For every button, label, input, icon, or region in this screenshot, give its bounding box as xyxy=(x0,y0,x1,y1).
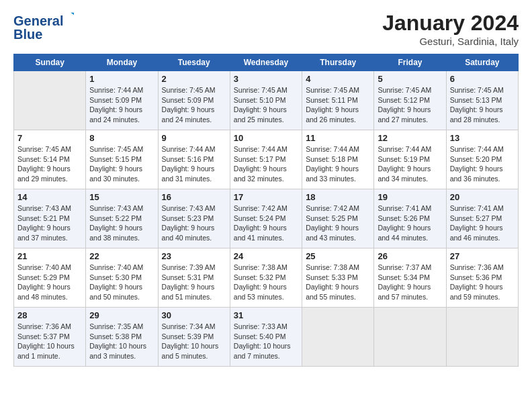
day-number: 24 xyxy=(234,251,298,261)
day-info: Sunrise: 7:44 AMSunset: 5:20 PMDaylight:… xyxy=(450,144,515,184)
calendar-cell xyxy=(374,308,446,367)
weekday-header-tuesday: Tuesday xyxy=(158,54,230,71)
day-info: Sunrise: 7:35 AMSunset: 5:38 PMDaylight:… xyxy=(89,322,154,361)
day-number: 4 xyxy=(306,74,370,84)
calendar-cell: 29Sunrise: 7:35 AMSunset: 5:38 PMDayligh… xyxy=(86,308,158,367)
day-info: Sunrise: 7:36 AMSunset: 5:36 PMDaylight:… xyxy=(450,263,515,302)
calendar-cell: 15Sunrise: 7:43 AMSunset: 5:22 PMDayligh… xyxy=(86,189,158,248)
day-info: Sunrise: 7:44 AMSunset: 5:18 PMDaylight:… xyxy=(306,144,370,184)
day-number: 14 xyxy=(17,192,82,202)
svg-text:General: General xyxy=(13,13,63,28)
day-info: Sunrise: 7:39 AMSunset: 5:31 PMDaylight:… xyxy=(162,263,226,302)
calendar-cell: 21Sunrise: 7:40 AMSunset: 5:29 PMDayligh… xyxy=(14,248,86,308)
day-number: 30 xyxy=(162,310,226,320)
day-number: 16 xyxy=(162,192,226,202)
calendar-cell: 3Sunrise: 7:45 AMSunset: 5:10 PMDaylight… xyxy=(230,71,302,130)
day-info: Sunrise: 7:45 AMSunset: 5:12 PMDaylight:… xyxy=(378,85,442,125)
day-number: 26 xyxy=(378,251,442,261)
location-subtitle: Gesturi, Sardinia, Italy xyxy=(382,36,519,47)
day-number: 27 xyxy=(450,251,515,261)
day-number: 11 xyxy=(306,133,370,143)
calendar-cell: 16Sunrise: 7:43 AMSunset: 5:23 PMDayligh… xyxy=(158,189,230,248)
day-number: 5 xyxy=(378,74,442,84)
day-info: Sunrise: 7:34 AMSunset: 5:39 PMDaylight:… xyxy=(162,322,226,361)
day-info: Sunrise: 7:37 AMSunset: 5:34 PMDaylight:… xyxy=(378,263,442,302)
day-info: Sunrise: 7:36 AMSunset: 5:37 PMDaylight:… xyxy=(17,322,82,361)
calendar-cell: 24Sunrise: 7:38 AMSunset: 5:32 PMDayligh… xyxy=(230,248,302,308)
logo-icon: General Blue xyxy=(13,11,74,43)
calendar-week-5: 28Sunrise: 7:36 AMSunset: 5:37 PMDayligh… xyxy=(14,308,519,367)
calendar-cell: 14Sunrise: 7:43 AMSunset: 5:21 PMDayligh… xyxy=(14,189,86,248)
day-info: Sunrise: 7:45 AMSunset: 5:09 PMDaylight:… xyxy=(162,85,226,125)
day-number: 12 xyxy=(378,133,442,143)
calendar-cell: 27Sunrise: 7:36 AMSunset: 5:36 PMDayligh… xyxy=(446,248,518,308)
day-info: Sunrise: 7:40 AMSunset: 5:30 PMDaylight:… xyxy=(89,263,154,302)
day-info: Sunrise: 7:44 AMSunset: 5:16 PMDaylight:… xyxy=(162,144,226,184)
weekday-header-thursday: Thursday xyxy=(302,54,374,71)
calendar-cell: 7Sunrise: 7:45 AMSunset: 5:14 PMDaylight… xyxy=(14,130,86,189)
weekday-header-monday: Monday xyxy=(86,54,158,71)
day-info: Sunrise: 7:41 AMSunset: 5:27 PMDaylight:… xyxy=(450,203,515,243)
day-number: 31 xyxy=(234,310,298,320)
weekday-header-friday: Friday xyxy=(374,54,446,71)
calendar-cell: 13Sunrise: 7:44 AMSunset: 5:20 PMDayligh… xyxy=(446,130,518,189)
svg-text:Blue: Blue xyxy=(13,27,42,42)
calendar-cell: 25Sunrise: 7:38 AMSunset: 5:33 PMDayligh… xyxy=(302,248,374,308)
calendar-week-4: 21Sunrise: 7:40 AMSunset: 5:29 PMDayligh… xyxy=(14,248,519,308)
day-info: Sunrise: 7:45 AMSunset: 5:11 PMDaylight:… xyxy=(306,85,370,125)
weekday-header-saturday: Saturday xyxy=(446,54,518,71)
day-info: Sunrise: 7:43 AMSunset: 5:21 PMDaylight:… xyxy=(17,203,82,243)
weekday-header-row: SundayMondayTuesdayWednesdayThursdayFrid… xyxy=(14,54,519,71)
day-info: Sunrise: 7:44 AMSunset: 5:09 PMDaylight:… xyxy=(89,85,154,125)
day-info: Sunrise: 7:45 AMSunset: 5:14 PMDaylight:… xyxy=(17,144,82,184)
title-block: January 2024 Gesturi, Sardinia, Italy xyxy=(382,11,519,47)
day-number: 6 xyxy=(450,74,515,84)
calendar-cell: 12Sunrise: 7:44 AMSunset: 5:19 PMDayligh… xyxy=(374,130,446,189)
day-number: 7 xyxy=(17,133,82,143)
day-number: 9 xyxy=(162,133,226,143)
calendar-cell: 1Sunrise: 7:44 AMSunset: 5:09 PMDaylight… xyxy=(86,71,158,130)
day-info: Sunrise: 7:43 AMSunset: 5:22 PMDaylight:… xyxy=(89,203,154,243)
day-info: Sunrise: 7:40 AMSunset: 5:29 PMDaylight:… xyxy=(17,263,82,302)
day-number: 15 xyxy=(89,192,154,202)
weekday-header-sunday: Sunday xyxy=(14,54,86,71)
calendar-cell: 30Sunrise: 7:34 AMSunset: 5:39 PMDayligh… xyxy=(158,308,230,367)
day-number: 13 xyxy=(450,133,515,143)
calendar-cell: 4Sunrise: 7:45 AMSunset: 5:11 PMDaylight… xyxy=(302,71,374,130)
day-number: 17 xyxy=(234,192,298,202)
calendar-cell: 26Sunrise: 7:37 AMSunset: 5:34 PMDayligh… xyxy=(374,248,446,308)
day-info: Sunrise: 7:44 AMSunset: 5:19 PMDaylight:… xyxy=(378,144,442,184)
calendar-cell: 9Sunrise: 7:44 AMSunset: 5:16 PMDaylight… xyxy=(158,130,230,189)
calendar-cell: 20Sunrise: 7:41 AMSunset: 5:27 PMDayligh… xyxy=(446,189,518,248)
calendar-cell: 10Sunrise: 7:44 AMSunset: 5:17 PMDayligh… xyxy=(230,130,302,189)
day-info: Sunrise: 7:42 AMSunset: 5:24 PMDaylight:… xyxy=(234,203,298,243)
calendar-cell: 19Sunrise: 7:41 AMSunset: 5:26 PMDayligh… xyxy=(374,189,446,248)
calendar-cell: 2Sunrise: 7:45 AMSunset: 5:09 PMDaylight… xyxy=(158,71,230,130)
calendar-cell: 8Sunrise: 7:45 AMSunset: 5:15 PMDaylight… xyxy=(86,130,158,189)
day-number: 19 xyxy=(378,192,442,202)
day-info: Sunrise: 7:41 AMSunset: 5:26 PMDaylight:… xyxy=(378,203,442,243)
day-info: Sunrise: 7:38 AMSunset: 5:32 PMDaylight:… xyxy=(234,263,298,302)
day-number: 22 xyxy=(89,251,154,261)
day-number: 3 xyxy=(234,74,298,84)
day-info: Sunrise: 7:33 AMSunset: 5:40 PMDaylight:… xyxy=(234,322,298,361)
calendar-cell: 11Sunrise: 7:44 AMSunset: 5:18 PMDayligh… xyxy=(302,130,374,189)
header: General Blue January 2024 Gesturi, Sardi… xyxy=(13,11,519,47)
calendar-week-2: 7Sunrise: 7:45 AMSunset: 5:14 PMDaylight… xyxy=(14,130,519,189)
day-info: Sunrise: 7:38 AMSunset: 5:33 PMDaylight:… xyxy=(306,263,370,302)
day-info: Sunrise: 7:45 AMSunset: 5:15 PMDaylight:… xyxy=(89,144,154,184)
calendar-cell: 31Sunrise: 7:33 AMSunset: 5:40 PMDayligh… xyxy=(230,308,302,367)
calendar-cell: 28Sunrise: 7:36 AMSunset: 5:37 PMDayligh… xyxy=(14,308,86,367)
calendar-table: SundayMondayTuesdayWednesdayThursdayFrid… xyxy=(13,54,519,367)
day-number: 23 xyxy=(162,251,226,261)
day-number: 8 xyxy=(89,133,154,143)
day-number: 25 xyxy=(306,251,370,261)
day-info: Sunrise: 7:43 AMSunset: 5:23 PMDaylight:… xyxy=(162,203,226,243)
calendar-cell: 23Sunrise: 7:39 AMSunset: 5:31 PMDayligh… xyxy=(158,248,230,308)
calendar-week-3: 14Sunrise: 7:43 AMSunset: 5:21 PMDayligh… xyxy=(14,189,519,248)
day-number: 29 xyxy=(89,310,154,320)
calendar-cell: 5Sunrise: 7:45 AMSunset: 5:12 PMDaylight… xyxy=(374,71,446,130)
day-info: Sunrise: 7:45 AMSunset: 5:10 PMDaylight:… xyxy=(234,85,298,125)
day-number: 18 xyxy=(306,192,370,202)
calendar-cell: 18Sunrise: 7:42 AMSunset: 5:25 PMDayligh… xyxy=(302,189,374,248)
